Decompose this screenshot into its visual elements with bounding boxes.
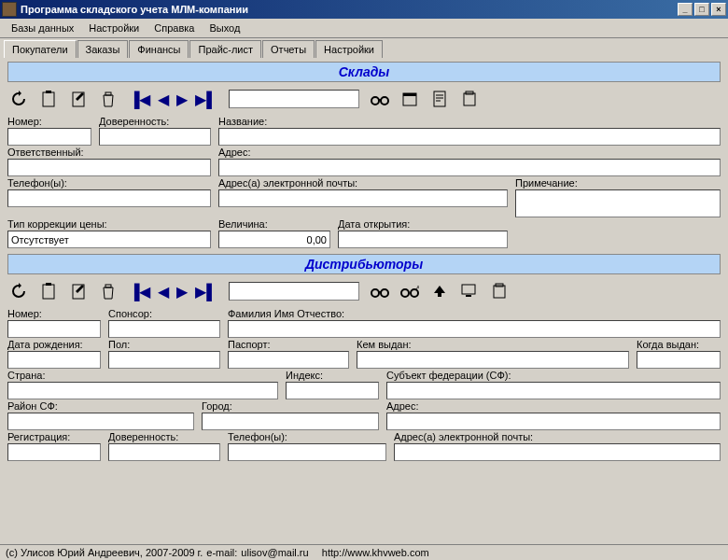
- d-issuedwhen-input[interactable]: [637, 351, 721, 369]
- calendar-icon[interactable]: [400, 90, 419, 108]
- d-address-input[interactable]: [386, 413, 721, 430]
- d-phones-input[interactable]: [228, 443, 386, 461]
- content: Склады ▐◀ ◀ ▶ ▶▌ Номер: Доверенность: На…: [0, 58, 728, 550]
- wh-emails-input[interactable]: [218, 189, 508, 207]
- d-sex-input[interactable]: [108, 351, 220, 369]
- wh-note-input[interactable]: [515, 189, 721, 217]
- delete-icon[interactable]: [99, 90, 118, 108]
- menu-help[interactable]: Справка: [147, 21, 202, 35]
- nav-next-icon[interactable]: ▶: [176, 91, 188, 108]
- nav-last-icon[interactable]: ▶▌: [195, 91, 217, 108]
- d-sponsor-input[interactable]: [108, 320, 220, 338]
- computer-icon[interactable]: [460, 282, 479, 301]
- d-fio-label: Фамилия Имя Отчество:: [228, 308, 721, 319]
- svg-rect-24: [466, 295, 471, 297]
- tab-orders[interactable]: Заказы: [77, 40, 129, 58]
- report-icon[interactable]: [430, 90, 449, 108]
- svg-rect-0: [43, 92, 54, 106]
- svg-rect-6: [378, 99, 382, 101]
- d-address-label: Адрес:: [386, 400, 721, 412]
- wh-note-label: Примечание:: [515, 177, 721, 189]
- maximize-button[interactable]: □: [694, 3, 709, 16]
- d-index-input[interactable]: [286, 382, 379, 399]
- svg-point-19: [401, 289, 409, 297]
- d-phones-label: Телефон(ы):: [228, 431, 386, 442]
- wh-address-input[interactable]: [218, 159, 721, 176]
- window-title: Программа складского учета МЛМ-компании: [21, 4, 248, 15]
- svg-rect-1: [46, 91, 51, 93]
- d-country-input[interactable]: [7, 382, 278, 399]
- warehouses-toolbar: ▐◀ ◀ ▶ ▶▌: [7, 86, 721, 116]
- d-issuedby-input[interactable]: [357, 351, 629, 369]
- menu-settings[interactable]: Настройки: [81, 21, 147, 35]
- status-copyright: (с) Улисов Юрий Андреевич, 2007-2009 г.: [6, 547, 203, 558]
- svg-point-20: [411, 289, 418, 297]
- wh-number-input[interactable]: [7, 128, 91, 146]
- up-arrow-icon[interactable]: [430, 282, 449, 301]
- minimize-button[interactable]: _: [678, 3, 693, 16]
- close-button[interactable]: ×: [711, 3, 726, 16]
- svg-text:ABB: ABB: [416, 285, 419, 290]
- warehouses-search-input[interactable]: [229, 90, 359, 108]
- wh-proxy-input[interactable]: [99, 128, 211, 146]
- d-emails-input[interactable]: [394, 443, 721, 461]
- tab-settings[interactable]: Настройки: [315, 40, 383, 58]
- edit-icon[interactable]: [69, 282, 88, 301]
- distributors-search-input[interactable]: [229, 282, 359, 301]
- refresh-icon[interactable]: [9, 282, 28, 301]
- binoculars-ext-icon[interactable]: ABB: [400, 282, 419, 301]
- wh-phones-input[interactable]: [7, 189, 211, 207]
- d-city-input[interactable]: [202, 413, 379, 430]
- wh-name-input[interactable]: [218, 128, 721, 146]
- wh-pricecorr-input[interactable]: [7, 231, 211, 248]
- clipboard-icon[interactable]: [39, 282, 58, 301]
- nav-prev-icon[interactable]: ◀: [158, 283, 169, 301]
- d-passport-label: Паспорт:: [228, 339, 349, 350]
- menu-exit[interactable]: Выход: [202, 21, 247, 35]
- note-icon[interactable]: [460, 90, 479, 108]
- tab-reports[interactable]: Отчеты: [262, 40, 315, 58]
- svg-rect-18: [378, 291, 382, 293]
- d-passport-input[interactable]: [228, 351, 349, 369]
- binoculars-icon[interactable]: [371, 282, 389, 301]
- status-email: ulisov@mail.ru: [241, 547, 308, 558]
- wh-proxy-label: Доверенность:: [99, 116, 211, 127]
- statusbar: (с) Улисов Юрий Андреевич, 2007-2009 г. …: [0, 544, 728, 560]
- tab-pricelist[interactable]: Прайс-лист: [189, 40, 261, 58]
- svg-rect-25: [494, 286, 505, 298]
- d-number-input[interactable]: [7, 320, 101, 338]
- binoculars-icon[interactable]: [371, 90, 389, 108]
- d-proxy-input[interactable]: [108, 443, 220, 461]
- wh-opendate-input[interactable]: [338, 231, 508, 248]
- menu-databases[interactable]: Базы данных: [4, 21, 81, 35]
- nav-prev-icon[interactable]: ◀: [158, 91, 169, 108]
- svg-point-4: [371, 97, 379, 105]
- wh-resp-label: Ответственный:: [7, 147, 211, 158]
- d-subject-input[interactable]: [386, 382, 721, 399]
- wh-amount-input[interactable]: [218, 231, 330, 248]
- svg-rect-10: [464, 93, 475, 105]
- wh-resp-input[interactable]: [7, 159, 211, 176]
- svg-point-5: [381, 97, 388, 105]
- nav-last-icon[interactable]: ▶▌: [195, 283, 217, 301]
- clipboard-icon[interactable]: [39, 90, 58, 108]
- d-sex-label: Пол:: [108, 339, 220, 350]
- d-city-label: Город:: [202, 400, 379, 412]
- tab-finance[interactable]: Финансы: [129, 40, 189, 58]
- tabbar: Покупатели Заказы Финансы Прайс-лист Отч…: [0, 38, 728, 58]
- d-fio-input[interactable]: [228, 320, 721, 338]
- note-icon[interactable]: [490, 282, 509, 301]
- tab-buyers[interactable]: Покупатели: [4, 40, 77, 58]
- svg-rect-13: [46, 283, 51, 286]
- d-district-input[interactable]: [7, 413, 194, 430]
- d-birthdate-input[interactable]: [7, 351, 101, 369]
- nav-first-icon[interactable]: ▐◀: [129, 283, 150, 301]
- edit-icon[interactable]: [69, 90, 88, 108]
- wh-name-label: Название:: [218, 116, 721, 127]
- nav-first-icon[interactable]: ▐◀: [129, 91, 150, 108]
- d-registration-input[interactable]: [7, 443, 101, 461]
- titlebar: Программа складского учета МЛМ-компании …: [0, 0, 728, 19]
- nav-next-icon[interactable]: ▶: [176, 283, 188, 301]
- refresh-icon[interactable]: [9, 90, 28, 108]
- delete-icon[interactable]: [99, 282, 118, 301]
